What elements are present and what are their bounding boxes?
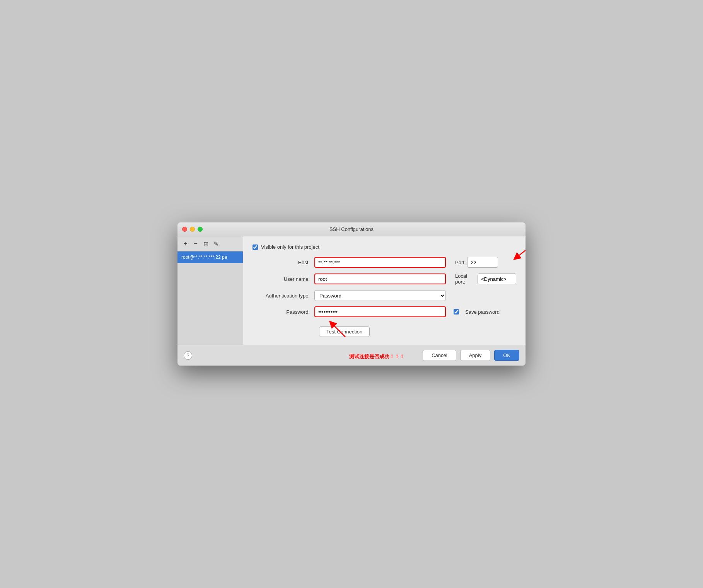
main-content: Visible only for this project 云服务器公网IP地址 bbox=[243, 236, 526, 345]
window-body: + − ⊞ ✎ root@**.**.**.***:22 pa Visible … bbox=[177, 236, 526, 345]
arrow-test-connection-icon bbox=[326, 320, 353, 339]
save-password-checkbox[interactable] bbox=[454, 309, 459, 315]
port-fields: Port: bbox=[455, 257, 498, 268]
window: SSH Configurations + − ⊞ ✎ root@**.**.**… bbox=[177, 222, 526, 366]
auth-type-label: Authentication type: bbox=[253, 293, 314, 299]
sidebar-toolbar: + − ⊞ ✎ bbox=[177, 236, 243, 251]
host-label: Host: bbox=[253, 260, 314, 265]
help-button[interactable]: ? bbox=[184, 351, 192, 360]
window-title: SSH Configurations bbox=[329, 226, 374, 232]
title-bar: SSH Configurations bbox=[177, 222, 526, 236]
close-button[interactable] bbox=[182, 227, 187, 232]
remove-config-button[interactable]: − bbox=[191, 239, 200, 248]
copy-config-button[interactable]: ⊞ bbox=[201, 239, 210, 248]
local-port-fields: Local port: bbox=[455, 273, 516, 285]
minimize-button[interactable] bbox=[190, 227, 195, 232]
svg-line-2 bbox=[332, 323, 345, 337]
local-port-label: Local port: bbox=[455, 273, 476, 285]
local-port-input[interactable] bbox=[478, 273, 516, 284]
password-row: Password: Save password bbox=[253, 306, 516, 317]
password-label: Password: bbox=[253, 309, 314, 315]
username-input-wrapper bbox=[314, 273, 446, 284]
visible-checkbox[interactable] bbox=[253, 244, 258, 250]
host-row: Host: Port: bbox=[253, 257, 516, 268]
maximize-button[interactable] bbox=[198, 227, 203, 232]
sidebar-item-config[interactable]: root@**.**.**.***:22 pa bbox=[177, 251, 243, 263]
apply-button[interactable]: Apply bbox=[460, 350, 491, 361]
arrow-cloud-ip-icon bbox=[505, 240, 526, 263]
cancel-button[interactable]: Cancel bbox=[423, 350, 456, 361]
port-input[interactable] bbox=[467, 257, 498, 268]
username-row: User name: Local port: 用户名和口令 bbox=[253, 273, 516, 285]
save-password-label: Save password bbox=[465, 309, 500, 315]
add-config-button[interactable]: + bbox=[181, 239, 190, 248]
username-input[interactable] bbox=[314, 273, 446, 284]
bottom-buttons: Cancel Apply OK bbox=[423, 350, 519, 361]
auth-type-select[interactable]: Password Key pair OpenSSH config and aut… bbox=[314, 290, 446, 301]
port-label: Port: bbox=[455, 260, 466, 265]
visible-label: Visible only for this project bbox=[261, 244, 319, 250]
host-input-wrapper bbox=[314, 257, 446, 268]
password-input[interactable] bbox=[314, 306, 446, 317]
test-connection-wrapper: Test Connection 测试连接是否成功！！！ bbox=[253, 323, 516, 337]
ok-button[interactable]: OK bbox=[494, 350, 519, 361]
edit-config-button[interactable]: ✎ bbox=[212, 239, 220, 248]
username-label: User name: bbox=[253, 276, 314, 282]
traffic-lights bbox=[182, 227, 203, 232]
password-input-wrapper bbox=[314, 306, 446, 317]
annotation-test-connection: 测试连接是否成功！！！ bbox=[349, 353, 404, 360]
auth-type-row: Authentication type: Password Key pair O… bbox=[253, 290, 516, 301]
form-section: Visible only for this project 云服务器公网IP地址 bbox=[253, 244, 516, 337]
save-password-row: Save password bbox=[454, 309, 500, 315]
svg-line-0 bbox=[516, 242, 526, 258]
visible-checkbox-row: Visible only for this project 云服务器公网IP地址 bbox=[253, 244, 516, 250]
host-input[interactable] bbox=[314, 257, 446, 268]
sidebar: + − ⊞ ✎ root@**.**.**.***:22 pa bbox=[177, 236, 243, 345]
